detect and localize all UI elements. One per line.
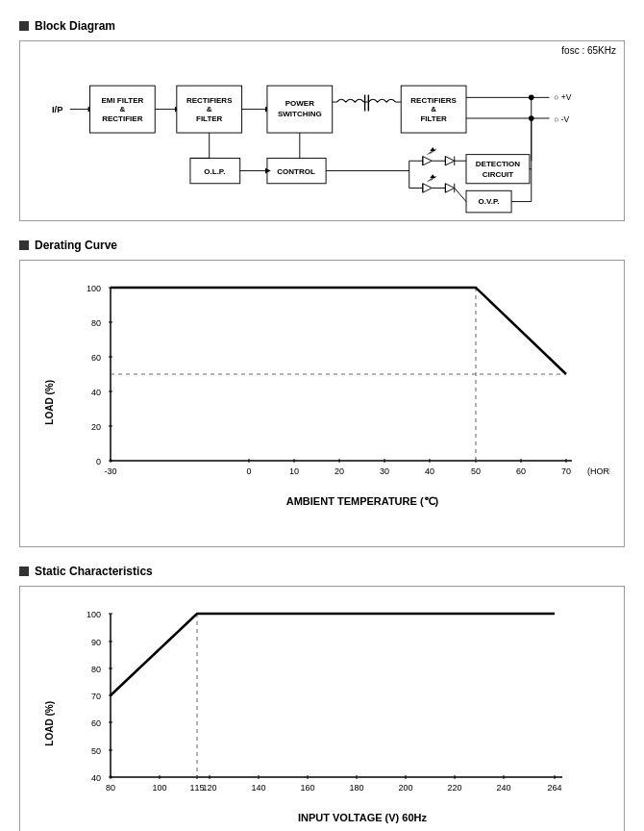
svg-text:70: 70 [561,466,571,476]
static-chart-svg: 40 50 60 70 80 90 100 80 100 115 120 [72,604,610,806]
svg-text:60: 60 [516,466,526,476]
svg-text:FILTER: FILTER [196,114,223,123]
svg-text:20: 20 [334,466,344,476]
svg-text:O.V.P.: O.V.P. [479,197,500,206]
svg-text:-30: -30 [104,466,116,476]
static-char-section: LOAD (%) 40 50 60 70 80 90 100 [19,586,625,831]
svg-text:FILTER: FILTER [420,114,447,123]
svg-text:○ +V: ○ +V [554,92,571,102]
block-diagram-section: fosc : 65KHz I/P EMI FILTER & RECTIFIER … [19,40,625,221]
svg-text:POWER: POWER [285,99,314,108]
svg-text:80: 80 [91,665,101,674]
svg-text:10: 10 [289,466,299,476]
section-icon-3 [19,567,29,576]
svg-text:○ -V: ○ -V [554,114,569,124]
section-icon [19,21,29,31]
svg-text:30: 30 [380,466,389,476]
section-icon-2 [19,240,29,250]
static-char-title: Static Characteristics [35,565,153,578]
svg-text:CONTROL: CONTROL [277,167,315,176]
svg-text:80: 80 [91,318,101,328]
svg-text:&: & [431,105,436,113]
svg-marker-50 [445,157,454,165]
svg-text:40: 40 [91,388,101,397]
svg-marker-61 [445,184,454,192]
derating-chart-container: LOAD (%) 0 20 40 60 80 100 -30 [30,278,614,537]
svg-text:40: 40 [91,773,101,783]
svg-text:RECTIFIERS: RECTIFIERS [186,96,233,105]
svg-text:80: 80 [106,783,115,793]
svg-text:SWITCHING: SWITCHING [278,110,322,118]
svg-text:RECTIFIERS: RECTIFIERS [410,96,457,105]
static-chart-container: LOAD (%) 40 50 60 70 80 90 100 [30,604,614,831]
svg-text:160: 160 [300,783,314,793]
svg-text:20: 20 [91,422,101,432]
svg-text:50: 50 [91,746,101,756]
fosc-label: fosc : 65KHz [561,45,616,56]
svg-marker-44 [423,157,432,165]
svg-text:60: 60 [91,718,101,728]
svg-text:100: 100 [87,610,101,619]
svg-text:(HORIZONTAL): (HORIZONTAL) [587,466,610,476]
derating-chart-svg: 0 20 40 60 80 100 -30 0 10 20 30 [72,278,610,490]
block-diagram-header: Block Diagram [19,19,625,33]
static-x-axis-label: INPUT VOLTAGE (V) 60Hz [111,812,614,823]
svg-text:264: 264 [547,783,561,793]
svg-marker-55 [423,184,432,192]
svg-text:180: 180 [349,783,363,793]
derating-x-axis-label: AMBIENT TEMPERATURE (℃) [111,495,614,508]
svg-text:100: 100 [152,783,166,793]
derating-curve-section: LOAD (%) 0 20 40 60 80 100 -30 [19,260,625,547]
diagram-svg: I/P EMI FILTER & RECTIFIER RECTIFIERS & … [30,57,626,211]
svg-text:70: 70 [91,692,101,701]
svg-line-63 [455,188,466,201]
svg-text:100: 100 [87,284,101,293]
svg-text:120: 120 [202,783,216,793]
derating-curve-title: Derating Curve [35,239,117,252]
svg-text:CIRCUIT: CIRCUIT [483,170,514,179]
svg-text:RECTIFIER: RECTIFIER [102,114,142,123]
svg-text:EMI FILTER: EMI FILTER [101,96,143,105]
svg-text:140: 140 [251,783,265,793]
svg-text:60: 60 [91,353,101,363]
block-diagram-title: Block Diagram [35,19,115,33]
svg-text:DETECTION: DETECTION [476,160,520,168]
static-y-axis-label: LOAD (%) [44,701,55,746]
svg-text:&: & [119,105,125,113]
diagram-area: I/P EMI FILTER & RECTIFIER RECTIFIERS & … [30,57,626,211]
svg-text:240: 240 [496,783,510,793]
svg-text:O.L.P.: O.L.P. [204,167,225,176]
svg-text:40: 40 [425,466,434,476]
svg-text:0: 0 [96,457,101,466]
svg-text:200: 200 [398,783,412,793]
derating-curve-header: Derating Curve [19,239,625,252]
svg-text:220: 220 [447,783,461,793]
svg-text:90: 90 [91,638,101,647]
svg-text:50: 50 [471,466,481,476]
svg-text:I/P: I/P [52,104,63,114]
svg-text:0: 0 [246,466,251,476]
derating-y-axis-label: LOAD (%) [44,380,55,425]
static-char-header: Static Characteristics [19,565,625,578]
svg-text:&: & [207,105,212,113]
